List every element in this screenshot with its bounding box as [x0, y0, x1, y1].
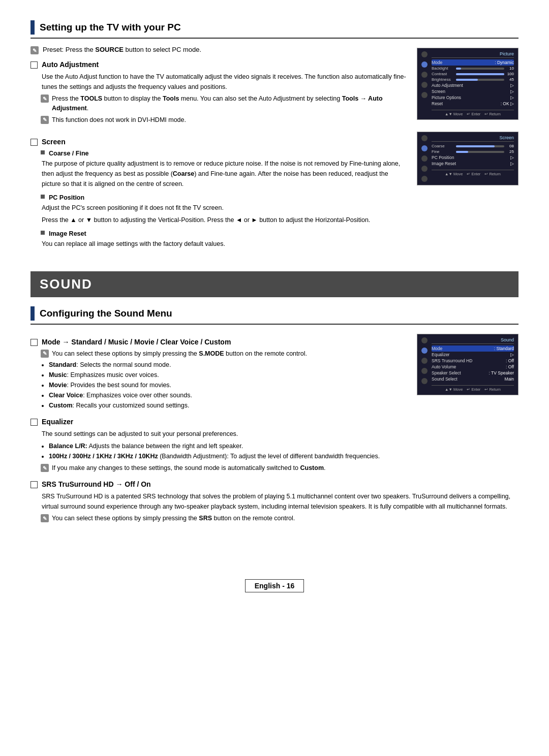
sound-title: SOUND [40, 276, 93, 292]
screen-heading-row: Screen [30, 138, 407, 146]
tv-sound-content: Sound Mode : Standard Equalizer ▷ SRS Tr… [432, 337, 514, 392]
tv-icon-5 [421, 92, 428, 98]
srs-section: SRS TruSurround HD → Off / On SRS TruSur… [30, 480, 518, 523]
tv-picture-mockup: Picture Mode : Dynamic Backlight 10 Cont… [417, 48, 518, 120]
auto-adjustment-content: ✎ Preset: Press the SOURCE button to sel… [30, 46, 407, 124]
sound-mode-note-icon: ✎ [41, 350, 49, 358]
tv-reset-row: Reset : OK ▷ [432, 101, 514, 107]
coarse-fine-row: Coarse / Fine [41, 149, 407, 159]
sound-mode-note-row: ✎ You can select these options by simply… [41, 349, 407, 359]
equalizer-heading-row: Equalizer [30, 418, 518, 426]
equalizer-note-icon: ✎ [41, 464, 49, 472]
tv-imagereset-row: Image Reset ▷ [432, 161, 514, 167]
tv-sound-icon-3 [421, 358, 428, 364]
preset-note-text: Preset: Press the SOURCE button to selec… [43, 46, 201, 53]
tv-sound-autovol-row: Auto Volume : Off [432, 364, 514, 370]
tv-fine-fill [456, 151, 468, 153]
tv-backlight-label: Backlight [432, 66, 454, 71]
screen-section: Screen Coarse / Fine The purpose of pict… [30, 132, 518, 250]
auto-adjustment-section: ✎ Preset: Press the SOURCE button to sel… [30, 46, 518, 124]
sound-mode-checkbox [30, 339, 38, 346]
tv-sound-icon-1 [421, 337, 428, 343]
tv-contrast-row: Contrast 100 [432, 71, 514, 77]
auto-adjustment-heading: Auto Adjustment [42, 60, 99, 69]
configure-sound-title: Configuring the Sound Menu [40, 308, 172, 319]
pc-position-body1: Adjust the PC's screen positioning if it… [42, 203, 407, 213]
tv-coarse-fill [456, 145, 495, 147]
tv-sound-footer: ▲▼ Move ↵ Enter ↩ Return [432, 385, 514, 392]
configure-sound-heading: Configuring the Sound Menu [30, 306, 518, 325]
sound-mode-item-clearvoice: Clear Voice: Emphasizes voice over other… [49, 390, 407, 400]
tv-brightness-row: Brightness 45 [432, 77, 514, 82]
tv-sound-icon-5 [421, 378, 428, 384]
tv-contrast-fill [456, 73, 504, 75]
tv-screen-row: Screen ▷ [432, 88, 514, 94]
tv-picture-content: Picture Mode : Dynamic Backlight 10 Cont… [432, 51, 514, 116]
tv-mode-value: : Dynamic [495, 60, 514, 65]
tv-screen-footer: ▲▼ Move ↵ Enter ↩ Return [432, 170, 514, 176]
equalizer-note-row: ✎ If you make any changes to these setti… [41, 463, 518, 473]
tv-icon-2 [421, 61, 428, 68]
sound-mode-item-standard: Standard: Selects the normal sound mode. [49, 360, 407, 370]
preset-note-row: ✎ Preset: Press the SOURCE button to sel… [30, 46, 407, 54]
tv-fine-val: 25 [506, 149, 514, 154]
auto-adjustment-note2: This function does not work in DVI-HDMI … [52, 115, 186, 125]
tv-screen-icon-2 [421, 145, 428, 151]
auto-adjustment-note1: Press the TOOLS button to display the To… [52, 94, 407, 113]
tv-sound-title: Sound [432, 337, 514, 344]
tv-picture-mode-row: Mode : Dynamic [432, 59, 514, 66]
coarse-fine-body: The purpose of picture quality adjustmen… [42, 159, 407, 189]
tv-screen-title: Screen [432, 135, 514, 142]
tv-sound-eq-row: Equalizer ▷ [432, 352, 514, 358]
tv-screen-icon-3 [421, 155, 428, 162]
sound-mode-item-movie: Movie: Provides the best sound for movie… [49, 380, 407, 390]
equalizer-heading: Equalizer [42, 418, 73, 426]
tv-brightness-fill [456, 79, 478, 81]
tv-pcposition-row: PC Position ▷ [432, 154, 514, 161]
tv-sound-mode-row: Mode : Standard [432, 345, 514, 352]
image-reset-row: Image Reset [41, 229, 407, 239]
tv-backlight-val: 10 [506, 66, 514, 71]
tv-backlight-row: Backlight 10 [432, 66, 514, 71]
note2-icon: ✎ [41, 116, 49, 124]
srs-heading: SRS TruSurround HD → Off / On [42, 480, 151, 488]
pc-position-body2: Press the ▲ or ▼ button to adjusting the… [42, 215, 407, 225]
srs-body1: SRS TruSurround HD is a patented SRS tec… [42, 491, 518, 512]
preset-note-icon: ✎ [30, 46, 39, 54]
screen-content: Screen Coarse / Fine The purpose of pict… [30, 132, 407, 250]
pc-position-bullet [41, 195, 45, 199]
sound-mode-item-custom: Custom: Recalls your customized sound se… [49, 400, 407, 411]
auto-adjustment-checkbox [30, 61, 38, 69]
tv-brightness-track [456, 79, 504, 81]
equalizer-list: Balance L/R: Adjusts the balance between… [49, 441, 518, 461]
srs-note-row: ✎ You can select these options by simply… [41, 514, 518, 523]
tv-coarse-val: 08 [506, 144, 514, 148]
sound-mode-list: Standard: Selects the normal sound mode.… [49, 360, 407, 411]
auto-adjustment-note1-row: ✎ Press the TOOLS button to display the … [41, 94, 407, 113]
tv-fine-track [456, 151, 504, 153]
section-pc-setup: Setting up the TV with your PC ✎ Preset:… [30, 20, 518, 251]
page-footer: English - 16 [245, 579, 304, 592]
tv-contrast-label: Contrast [432, 72, 454, 76]
sound-mode-section: Mode → Standard / Music / Movie / Clear … [30, 332, 518, 411]
sound-mode-content: Mode → Standard / Music / Movie / Clear … [30, 332, 407, 411]
image-reset-body: You can replace all image settings with … [42, 239, 407, 249]
tv-screen-icon-4 [421, 166, 428, 172]
tv-icon-3 [421, 72, 428, 78]
pc-setup-heading: Setting up the TV with your PC [30, 20, 518, 39]
auto-adjustment-heading-row: Auto Adjustment [30, 60, 407, 69]
srs-note-icon: ✎ [41, 514, 49, 522]
tv-sound-mockup: Sound Mode : Standard Equalizer ▷ SRS Tr… [417, 334, 518, 395]
screen-heading: Screen [42, 138, 66, 146]
pc-position-label: PC Position [49, 193, 84, 203]
tv-screen-content: Screen Coarse 08 Fine 25 PC Position ▷ [432, 135, 514, 176]
footer-text: English - 16 [255, 582, 295, 590]
tv-sound-icon-2 [421, 348, 428, 354]
tv-screen-fine-row: Fine 25 [432, 149, 514, 154]
image-reset-bullet [41, 231, 45, 235]
sound-mode-heading: Mode → Standard / Music / Movie / Clear … [42, 338, 231, 346]
equalizer-checkbox [30, 419, 38, 426]
tv-coarse-track [456, 145, 504, 147]
tv-contrast-val: 100 [506, 72, 514, 76]
sound-mode-item-music: Music: Emphasizes music over voices. [49, 370, 407, 380]
